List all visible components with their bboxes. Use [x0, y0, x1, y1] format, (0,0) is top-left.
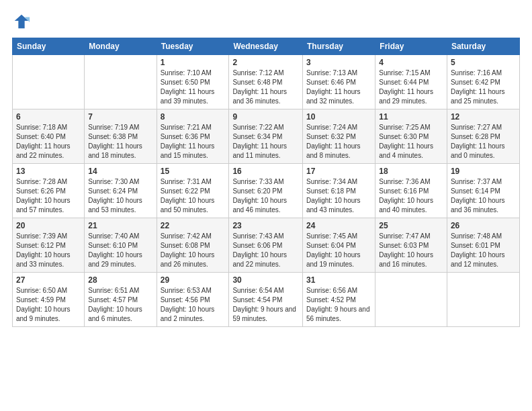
calendar-cell: 7Sunrise: 7:19 AM Sunset: 6:38 PM Daylig… — [85, 109, 157, 164]
calendar-week-row: 13Sunrise: 7:28 AM Sunset: 6:26 PM Dayli… — [13, 164, 520, 218]
calendar-cell: 26Sunrise: 7:48 AM Sunset: 6:01 PM Dayli… — [447, 218, 519, 273]
day-detail: Sunrise: 7:31 AM Sunset: 6:22 PM Dayligh… — [161, 177, 226, 215]
calendar-table: SundayMondayTuesdayWednesdayThursdayFrid… — [12, 38, 520, 327]
day-number: 9 — [232, 112, 299, 122]
calendar-cell: 30Sunrise: 6:54 AM Sunset: 4:54 PM Dayli… — [229, 273, 303, 327]
day-number: 20 — [16, 221, 81, 230]
day-number: 15 — [161, 167, 226, 176]
day-number: 16 — [232, 167, 299, 176]
day-detail: Sunrise: 7:24 AM Sunset: 6:32 PM Dayligh… — [306, 123, 371, 161]
day-detail: Sunrise: 7:21 AM Sunset: 6:36 PM Dayligh… — [161, 123, 226, 161]
calendar-week-row: 20Sunrise: 7:39 AM Sunset: 6:12 PM Dayli… — [13, 218, 520, 273]
day-detail: Sunrise: 7:16 AM Sunset: 6:42 PM Dayligh… — [451, 68, 516, 106]
day-number: 7 — [88, 112, 152, 122]
weekday-header: Sunday — [13, 38, 85, 55]
day-detail: Sunrise: 7:30 AM Sunset: 6:24 PM Dayligh… — [88, 177, 152, 215]
calendar-cell: 16Sunrise: 7:33 AM Sunset: 6:20 PM Dayli… — [229, 164, 303, 218]
calendar-cell — [375, 273, 447, 327]
day-detail: Sunrise: 7:12 AM Sunset: 6:48 PM Dayligh… — [232, 68, 299, 106]
day-detail: Sunrise: 6:50 AM Sunset: 4:59 PM Dayligh… — [16, 286, 81, 324]
day-number: 26 — [451, 221, 516, 230]
day-number: 19 — [451, 167, 516, 176]
calendar-cell: 19Sunrise: 7:37 AM Sunset: 6:14 PM Dayli… — [447, 164, 519, 218]
weekday-header: Tuesday — [157, 38, 229, 55]
weekday-header: Wednesday — [229, 38, 303, 55]
calendar-cell: 13Sunrise: 7:28 AM Sunset: 6:26 PM Dayli… — [13, 164, 85, 218]
calendar-cell: 22Sunrise: 7:42 AM Sunset: 6:08 PM Dayli… — [157, 218, 229, 273]
day-detail: Sunrise: 6:53 AM Sunset: 4:56 PM Dayligh… — [161, 286, 226, 324]
calendar-cell — [447, 273, 519, 327]
day-number: 23 — [232, 221, 299, 230]
day-detail: Sunrise: 7:40 AM Sunset: 6:10 PM Dayligh… — [88, 232, 152, 269]
day-number: 11 — [379, 112, 443, 122]
day-number: 27 — [16, 275, 81, 285]
page: SundayMondayTuesdayWednesdayThursdayFrid… — [0, 0, 532, 411]
calendar-cell: 23Sunrise: 7:43 AM Sunset: 6:06 PM Dayli… — [229, 218, 303, 273]
calendar-cell: 28Sunrise: 6:51 AM Sunset: 4:57 PM Dayli… — [85, 273, 157, 327]
day-detail: Sunrise: 7:25 AM Sunset: 6:30 PM Dayligh… — [379, 123, 443, 161]
day-number: 30 — [232, 275, 299, 285]
calendar-cell: 1Sunrise: 7:10 AM Sunset: 6:50 PM Daylig… — [157, 55, 229, 109]
logo-icon — [12, 12, 31, 31]
day-detail: Sunrise: 7:18 AM Sunset: 6:40 PM Dayligh… — [16, 123, 81, 161]
calendar-week-row: 1Sunrise: 7:10 AM Sunset: 6:50 PM Daylig… — [13, 55, 520, 109]
day-detail: Sunrise: 7:15 AM Sunset: 6:44 PM Dayligh… — [379, 68, 443, 106]
svg-marker-0 — [15, 15, 29, 29]
calendar-cell: 3Sunrise: 7:13 AM Sunset: 6:46 PM Daylig… — [302, 55, 375, 109]
day-detail: Sunrise: 7:48 AM Sunset: 6:01 PM Dayligh… — [451, 232, 516, 269]
day-number: 10 — [306, 112, 371, 122]
day-detail: Sunrise: 6:54 AM Sunset: 4:54 PM Dayligh… — [232, 286, 299, 324]
header-row: SundayMondayTuesdayWednesdayThursdayFrid… — [13, 38, 520, 55]
day-number: 31 — [306, 275, 371, 285]
calendar-cell: 24Sunrise: 7:45 AM Sunset: 6:04 PM Dayli… — [302, 218, 375, 273]
calendar-cell: 14Sunrise: 7:30 AM Sunset: 6:24 PM Dayli… — [85, 164, 157, 218]
calendar-cell — [13, 55, 85, 109]
day-number: 5 — [451, 58, 516, 67]
day-number: 17 — [306, 167, 371, 176]
calendar-cell: 9Sunrise: 7:22 AM Sunset: 6:34 PM Daylig… — [229, 109, 303, 164]
calendar-cell: 25Sunrise: 7:47 AM Sunset: 6:03 PM Dayli… — [375, 218, 447, 273]
weekday-header: Monday — [85, 38, 157, 55]
day-detail: Sunrise: 6:51 AM Sunset: 4:57 PM Dayligh… — [88, 286, 152, 324]
day-detail: Sunrise: 7:42 AM Sunset: 6:08 PM Dayligh… — [161, 232, 226, 269]
day-number: 3 — [306, 58, 371, 67]
day-number: 8 — [161, 112, 226, 122]
calendar-cell: 5Sunrise: 7:16 AM Sunset: 6:42 PM Daylig… — [447, 55, 519, 109]
calendar-week-row: 6Sunrise: 7:18 AM Sunset: 6:40 PM Daylig… — [13, 109, 520, 164]
day-number: 14 — [88, 167, 152, 176]
day-detail: Sunrise: 6:56 AM Sunset: 4:52 PM Dayligh… — [306, 286, 371, 324]
day-number: 28 — [88, 275, 152, 285]
day-detail: Sunrise: 7:37 AM Sunset: 6:14 PM Dayligh… — [451, 177, 516, 215]
calendar-cell: 4Sunrise: 7:15 AM Sunset: 6:44 PM Daylig… — [375, 55, 447, 109]
calendar-cell — [85, 55, 157, 109]
day-detail: Sunrise: 7:47 AM Sunset: 6:03 PM Dayligh… — [379, 232, 443, 269]
day-detail: Sunrise: 7:34 AM Sunset: 6:18 PM Dayligh… — [306, 177, 371, 215]
calendar-cell: 31Sunrise: 6:56 AM Sunset: 4:52 PM Dayli… — [302, 273, 375, 327]
day-number: 18 — [379, 167, 443, 176]
day-number: 2 — [232, 58, 299, 67]
calendar-cell: 18Sunrise: 7:36 AM Sunset: 6:16 PM Dayli… — [375, 164, 447, 218]
day-detail: Sunrise: 7:43 AM Sunset: 6:06 PM Dayligh… — [232, 232, 299, 269]
day-detail: Sunrise: 7:13 AM Sunset: 6:46 PM Dayligh… — [306, 68, 371, 106]
day-number: 21 — [88, 221, 152, 230]
calendar-cell: 12Sunrise: 7:27 AM Sunset: 6:28 PM Dayli… — [447, 109, 519, 164]
calendar-cell: 17Sunrise: 7:34 AM Sunset: 6:18 PM Dayli… — [302, 164, 375, 218]
calendar-cell: 15Sunrise: 7:31 AM Sunset: 6:22 PM Dayli… — [157, 164, 229, 218]
calendar-cell: 2Sunrise: 7:12 AM Sunset: 6:48 PM Daylig… — [229, 55, 303, 109]
day-detail: Sunrise: 7:22 AM Sunset: 6:34 PM Dayligh… — [232, 123, 299, 161]
calendar-cell: 29Sunrise: 6:53 AM Sunset: 4:56 PM Dayli… — [157, 273, 229, 327]
day-detail: Sunrise: 7:27 AM Sunset: 6:28 PM Dayligh… — [451, 123, 516, 161]
day-detail: Sunrise: 7:28 AM Sunset: 6:26 PM Dayligh… — [16, 177, 81, 215]
calendar-cell: 8Sunrise: 7:21 AM Sunset: 6:36 PM Daylig… — [157, 109, 229, 164]
day-number: 1 — [161, 58, 226, 67]
day-number: 12 — [451, 112, 516, 122]
day-detail: Sunrise: 7:33 AM Sunset: 6:20 PM Dayligh… — [232, 177, 299, 215]
day-detail: Sunrise: 7:45 AM Sunset: 6:04 PM Dayligh… — [306, 232, 371, 269]
weekday-header: Thursday — [302, 38, 375, 55]
calendar-cell: 6Sunrise: 7:18 AM Sunset: 6:40 PM Daylig… — [13, 109, 85, 164]
calendar-cell: 20Sunrise: 7:39 AM Sunset: 6:12 PM Dayli… — [13, 218, 85, 273]
day-detail: Sunrise: 7:36 AM Sunset: 6:16 PM Dayligh… — [379, 177, 443, 215]
day-detail: Sunrise: 7:39 AM Sunset: 6:12 PM Dayligh… — [16, 232, 81, 269]
day-number: 24 — [306, 221, 371, 230]
calendar-cell: 27Sunrise: 6:50 AM Sunset: 4:59 PM Dayli… — [13, 273, 85, 327]
